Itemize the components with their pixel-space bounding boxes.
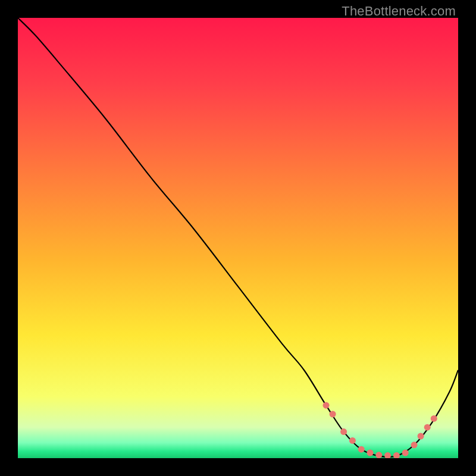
marker-dot (330, 411, 336, 418)
attribution-text: TheBottleneck.com (342, 4, 456, 19)
marker-dot (358, 446, 365, 453)
marker-dot (431, 415, 437, 422)
marker-dot (340, 428, 347, 435)
marker-dot (367, 450, 374, 456)
marker-dot (424, 424, 431, 431)
marker-dot (375, 452, 382, 458)
bottleneck-chart (18, 18, 458, 458)
marker-dot (323, 402, 330, 409)
marker-dot (402, 450, 409, 456)
marker-dot (411, 441, 418, 448)
marker-dot (418, 433, 424, 440)
marker-dot (349, 437, 356, 444)
gradient-background (18, 18, 458, 458)
